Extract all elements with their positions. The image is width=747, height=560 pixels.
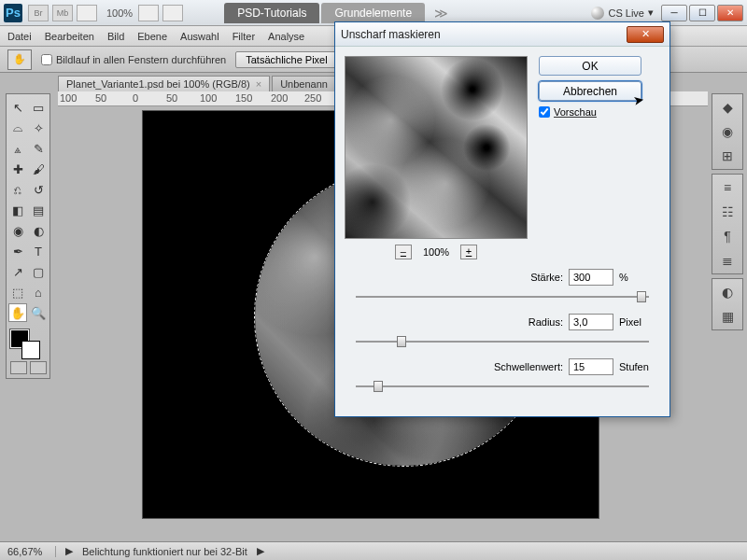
healing-tool-icon[interactable]: ✚ xyxy=(8,160,27,178)
app-logo: Ps xyxy=(4,4,22,22)
3d-camera-icon[interactable]: ⌂ xyxy=(29,283,48,301)
eraser-tool-icon[interactable]: ◧ xyxy=(8,201,27,219)
paragraph-panel-icon[interactable]: ≣ xyxy=(717,251,738,270)
document-tab-1[interactable]: Planet_Variante1.psd bei 100% (RGB/8)× xyxy=(58,76,270,91)
shape-tool-icon[interactable]: ▢ xyxy=(29,262,48,281)
arrange-dropdown[interactable] xyxy=(138,5,159,21)
cancel-button[interactable]: Abbrechen xyxy=(539,81,641,101)
window-minimize-button[interactable]: ─ xyxy=(661,5,687,21)
background-swatch[interactable] xyxy=(21,341,40,359)
preview-zoom-level: 100% xyxy=(423,246,449,258)
color-panel-icon[interactable]: ◆ xyxy=(717,98,738,117)
cs-live-icon xyxy=(591,7,604,20)
dodge-tool-icon[interactable]: ◐ xyxy=(29,221,48,240)
radius-input[interactable] xyxy=(569,314,613,330)
threshold-unit: Stufen xyxy=(619,361,656,372)
character-panel-icon[interactable]: ¶ xyxy=(717,227,738,245)
amount-unit: % xyxy=(619,272,656,283)
threshold-input[interactable] xyxy=(569,358,613,375)
layers-panel-icon[interactable]: ◐ xyxy=(717,283,738,301)
radius-label: Radius: xyxy=(479,316,563,328)
cs-live-button[interactable]: CS Live ▾ xyxy=(591,7,654,20)
3d-tool-icon[interactable]: ⬚ xyxy=(8,283,27,301)
blur-tool-icon[interactable]: ◉ xyxy=(8,221,27,240)
workspace-tab-grundelemente[interactable]: Grundelemente xyxy=(321,3,425,23)
masks-panel-icon[interactable]: ☷ xyxy=(717,203,738,221)
brush-tool-icon[interactable]: 🖌 xyxy=(29,160,48,178)
threshold-slider[interactable] xyxy=(356,379,649,394)
move-tool-icon[interactable]: ↖ xyxy=(8,98,27,117)
dialog-title: Unscharf maskieren xyxy=(341,28,441,41)
pen-tool-icon[interactable]: ✒ xyxy=(8,242,27,260)
right-panel-dock: ◆ ◉ ⊞ ≡ ☷ ¶ ≣ ◐ ▦ xyxy=(712,93,743,330)
gradient-tool-icon[interactable]: ▤ xyxy=(29,201,48,219)
hand-tool-icon[interactable]: ✋ xyxy=(7,49,32,70)
amount-slider[interactable] xyxy=(356,289,649,304)
dialog-titlebar[interactable]: Unscharf maskieren ✕ xyxy=(335,22,669,47)
zoom-out-button[interactable]: – xyxy=(395,245,412,259)
quickmask-toggle[interactable] xyxy=(8,361,48,374)
threshold-label: Schwellenwert: xyxy=(479,361,563,372)
ok-button[interactable]: OK xyxy=(539,56,641,76)
status-zoom[interactable]: 66,67% xyxy=(7,546,56,557)
view-extras-dropdown[interactable] xyxy=(77,5,97,21)
actual-pixels-button[interactable]: Tatsächliche Pixel xyxy=(235,51,337,68)
marquee-tool-icon[interactable]: ▭ xyxy=(29,98,48,117)
menu-analyse[interactable]: Analyse xyxy=(268,31,304,42)
workspace-tab-psd-tutorials[interactable]: PSD-Tutorials xyxy=(224,3,319,23)
amount-label: Stärke: xyxy=(479,272,563,283)
window-close-button[interactable]: ✕ xyxy=(717,5,743,21)
screenmode-dropdown[interactable] xyxy=(162,5,183,21)
menu-bearbeiten[interactable]: Bearbeiten xyxy=(45,31,94,42)
crop-tool-icon[interactable]: ⟁ xyxy=(8,139,27,158)
lasso-tool-icon[interactable]: ⌓ xyxy=(8,119,27,137)
type-tool-icon[interactable]: T xyxy=(29,242,48,260)
styles-panel-icon[interactable]: ⊞ xyxy=(717,147,738,165)
radius-unit: Pixel xyxy=(619,316,656,328)
zoom-level[interactable]: 100% xyxy=(106,7,133,19)
close-icon[interactable]: × xyxy=(256,78,261,90)
dialog-close-button[interactable]: ✕ xyxy=(627,26,664,43)
document-tab-2[interactable]: Unbenann xyxy=(272,76,336,91)
menu-auswahl[interactable]: Auswahl xyxy=(180,31,219,42)
menu-filter[interactable]: Filter xyxy=(233,31,255,42)
filter-preview[interactable] xyxy=(345,56,528,239)
toolbox: ↖ ▭ ⌓ ✧ ⟁ ✎ ✚ 🖌 ⎌ ↺ ◧ ▤ ◉ ◐ ✒ T ↗ ▢ ⬚ ⌂ … xyxy=(6,93,50,379)
arrow-right-icon[interactable]: ▶ xyxy=(257,545,264,557)
zoom-in-button[interactable]: + xyxy=(460,245,477,259)
cs-live-label: CS Live xyxy=(608,7,644,19)
channels-panel-icon[interactable]: ▦ xyxy=(717,307,738,326)
minibridge-button[interactable]: Mb xyxy=(52,5,73,21)
radius-slider[interactable] xyxy=(356,334,649,349)
status-bar: 66,67% ▶ Belichtung funktioniert nur bei… xyxy=(0,541,747,560)
stamp-tool-icon[interactable]: ⎌ xyxy=(8,180,27,199)
window-maximize-button[interactable]: ☐ xyxy=(689,5,715,21)
history-brush-icon[interactable]: ↺ xyxy=(29,180,48,199)
wand-tool-icon[interactable]: ✧ xyxy=(29,119,48,137)
swatches-panel-icon[interactable]: ◉ xyxy=(717,122,738,141)
preview-checkbox[interactable]: Vorschau xyxy=(539,106,651,118)
menu-bild[interactable]: Bild xyxy=(107,31,124,42)
arrow-right-icon[interactable]: ▶ xyxy=(65,545,73,557)
status-message: Belichtung funktioniert nur bei 32-Bit xyxy=(82,546,247,557)
hand-tool-icon[interactable]: ✋ xyxy=(8,303,27,322)
amount-input[interactable] xyxy=(569,269,613,286)
adjustments-panel-icon[interactable]: ≡ xyxy=(717,178,738,197)
path-tool-icon[interactable]: ↗ xyxy=(8,262,27,281)
zoom-tool-icon[interactable]: 🔍 xyxy=(29,303,48,322)
color-swatches[interactable] xyxy=(8,328,48,359)
chevron-down-icon: ▾ xyxy=(648,7,654,19)
scroll-all-checkbox[interactable]: Bildlauf in allen Fenstern durchführen xyxy=(41,54,226,65)
menu-ebene[interactable]: Ebene xyxy=(137,31,167,42)
eyedropper-tool-icon[interactable]: ✎ xyxy=(29,139,48,158)
workspace-more-icon[interactable]: ≫ xyxy=(434,6,448,21)
bridge-button[interactable]: Br xyxy=(28,5,49,21)
menu-datei[interactable]: Datei xyxy=(7,31,32,42)
unsharp-mask-dialog: Unscharf maskieren ✕ – 100% + OK Abbrech… xyxy=(334,21,670,417)
